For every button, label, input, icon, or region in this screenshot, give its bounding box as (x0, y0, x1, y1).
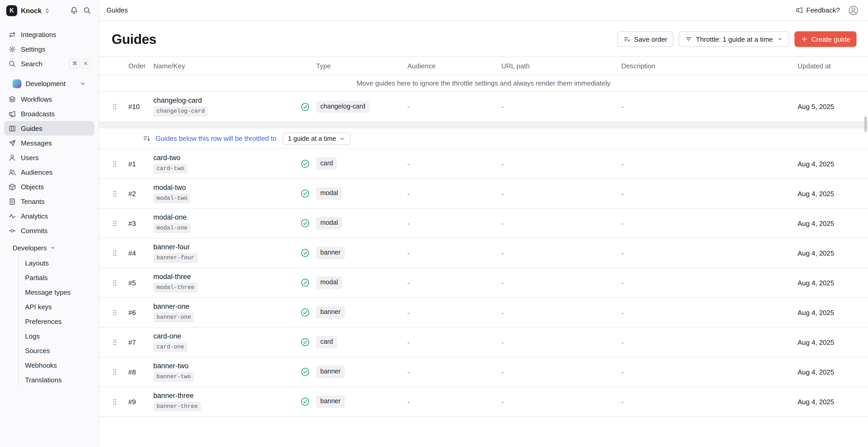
sidebar-item-translations[interactable]: Translations (21, 373, 90, 387)
sidebar-item-integrations[interactable]: Integrations (4, 27, 94, 42)
sidebar-item-workflows[interactable]: Workflows (4, 92, 94, 106)
sidebar-item-label: Objects (21, 183, 44, 191)
sidebar-item-broadcasts[interactable]: Broadcasts (4, 106, 94, 121)
avatar[interactable] (848, 5, 859, 15)
row-status (301, 248, 316, 258)
url-path-value: - (501, 368, 621, 376)
workspace-name: Knock (21, 6, 41, 14)
sidebar-item-logs[interactable]: Logs (21, 329, 90, 343)
drag-handle-icon[interactable] (112, 338, 118, 346)
sidebar-item-partials[interactable]: Partials (21, 270, 90, 285)
sidebar-item-message-types[interactable]: Message types (21, 285, 90, 299)
app-window: K Knock Integrations (0, 0, 868, 447)
sidebar-item-settings[interactable]: Settings (4, 42, 94, 56)
sidebar-item-analytics[interactable]: Analytics (4, 209, 94, 223)
drag-handle-icon[interactable] (112, 309, 118, 316)
guide-name: banner-one (153, 302, 189, 310)
drag-handle-icon[interactable] (112, 249, 118, 257)
drag-handle-icon[interactable] (112, 103, 118, 110)
column-url-path: URL path (501, 62, 621, 70)
updated-at-value: Aug 4, 2025 (798, 398, 856, 406)
url-path-value: - (501, 338, 621, 346)
sidebar-item-webhooks[interactable]: Webhooks (21, 358, 90, 373)
guide-key-chip: banner-three (153, 402, 201, 412)
throttle-dropdown-button[interactable]: Throttle: 1 guide at a time (679, 31, 789, 47)
table-row[interactable]: #5 modal-three modal-three modal - - - A… (99, 268, 868, 298)
chevron-down-icon (339, 135, 346, 141)
url-path-value: - (501, 219, 621, 227)
feedback-button[interactable]: Feedback? (795, 6, 840, 14)
drag-handle-icon[interactable] (112, 160, 118, 168)
sidebar-item-sources[interactable]: Sources (21, 343, 90, 358)
table-row[interactable]: #8 banner-two banner-two banner - - - Au… (99, 357, 868, 387)
sidebar-item-label: Broadcasts (21, 110, 55, 118)
guide-name: banner-three (153, 392, 194, 400)
developers-section-toggle[interactable]: Developers (8, 241, 90, 255)
guides-icon (8, 124, 16, 132)
type-chip: modal (316, 187, 342, 199)
table-row[interactable]: #1 card-two card-two card - - - Aug 4, 2… (99, 149, 868, 179)
table-row[interactable]: #3 modal-one modal-one modal - - - Aug 4… (99, 209, 868, 238)
row-order: #4 (128, 249, 153, 257)
objects-icon (8, 183, 16, 191)
row-type: card (316, 158, 407, 170)
audience-value: - (407, 249, 501, 257)
throttled-rows: #1 card-two card-two card - - - Aug 4, 2… (99, 149, 868, 417)
row-order: #3 (128, 219, 153, 227)
create-guide-label: Create guide (811, 35, 850, 43)
scrollbar-thumb[interactable] (864, 116, 867, 132)
save-order-button[interactable]: Save order (617, 31, 674, 47)
sidebar-item-commits[interactable]: Commits (4, 223, 94, 238)
bell-icon[interactable] (69, 5, 79, 15)
throttle-divider-icon (143, 134, 151, 142)
row-name-key: card-one card-one (153, 332, 301, 352)
drag-handle-icon[interactable] (112, 219, 118, 227)
sidebar-item-tenants[interactable]: Tenants (4, 194, 94, 209)
table-row[interactable]: #9 banner-three banner-three banner - - … (99, 387, 868, 417)
row-order: #5 (128, 279, 153, 287)
megaphone-icon (795, 6, 803, 14)
drag-handle-icon[interactable] (112, 279, 118, 287)
sidebar-item-layouts[interactable]: Layouts (21, 256, 90, 270)
sidebar-item-users[interactable]: Users (4, 150, 94, 165)
row-order: #10 (128, 103, 153, 110)
guide-key-chip: modal-two (153, 193, 191, 203)
url-path-value: - (501, 160, 621, 168)
guide-key-chip: banner-four (153, 253, 197, 263)
url-path-value: - (501, 309, 621, 316)
drag-handle-icon[interactable] (112, 190, 118, 197)
row-order: #6 (128, 309, 153, 316)
throttle-amount-select[interactable]: 1 guide at a time (283, 132, 351, 145)
table-row[interactable]: #10 changelog-card changelog-card change… (99, 92, 868, 122)
sidebar-item-guides[interactable]: Guides (4, 121, 94, 136)
sidebar-item-messages[interactable]: Messages (4, 136, 94, 150)
sidebar-item-audiences[interactable]: Audiences (4, 165, 94, 180)
sidebar-item-search[interactable]: Search ⌘ K (4, 56, 94, 71)
row-type: banner (316, 395, 407, 408)
audience-value: - (407, 398, 501, 406)
create-guide-button[interactable]: Create guide (794, 31, 857, 47)
search-icon[interactable] (82, 5, 92, 15)
sidebar-item-objects[interactable]: Objects (4, 180, 94, 194)
table-row[interactable]: #2 modal-two modal-two modal - - - Aug 4… (99, 179, 868, 209)
environment-switcher[interactable]: Development (8, 76, 90, 91)
guide-key-chip: changelog-card (153, 107, 208, 117)
table-row[interactable]: #7 card-one card-one card - - - Aug 4, 2… (99, 327, 868, 357)
breadcrumb[interactable]: Guides (106, 6, 128, 14)
drag-handle-icon[interactable] (112, 398, 118, 406)
sidebar-item-preferences[interactable]: Preferences (21, 314, 90, 329)
guide-key-chip: modal-three (153, 283, 197, 293)
row-status (301, 219, 316, 228)
table-row[interactable]: #4 banner-four banner-four banner - - - … (99, 238, 868, 268)
workspace-switcher-icon[interactable] (43, 7, 50, 14)
description-value: - (621, 309, 798, 316)
sidebar-item-label: Audiences (21, 168, 53, 176)
table-row[interactable]: #6 banner-one banner-one banner - - - Au… (99, 298, 868, 327)
row-status (301, 189, 316, 198)
type-chip: changelog-card (316, 100, 369, 113)
description-value: - (621, 368, 798, 376)
updated-at-value: Aug 5, 2025 (798, 103, 856, 110)
sidebar-item-api-keys[interactable]: API keys (21, 299, 90, 314)
column-type: Type (316, 62, 407, 70)
drag-handle-icon[interactable] (112, 368, 118, 376)
